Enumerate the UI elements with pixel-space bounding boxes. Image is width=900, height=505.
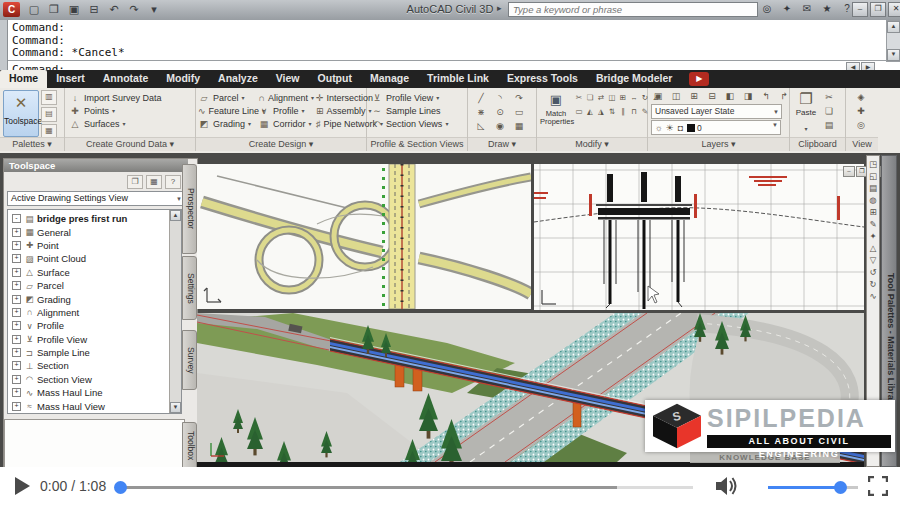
panel-label-palettes[interactable]: Palettes ▾ (0, 137, 64, 151)
match-properties-button[interactable]: ▣ Match Properties (540, 90, 572, 126)
tree-expander-icon[interactable]: + (12, 321, 21, 330)
tree-item[interactable]: - ▤ bridge pres first run (8, 212, 127, 225)
tree-item[interactable]: + ◩ Grading (8, 292, 127, 305)
draw-tool-icon[interactable]: ╱ (475, 92, 487, 104)
ribbon-button[interactable]: ▦ Corridor▾ (258, 117, 314, 130)
tab-manage[interactable]: Manage (361, 70, 418, 88)
progress-bar[interactable] (120, 486, 617, 489)
layer-state-dropdown[interactable]: Unsaved Layer State▼ (651, 104, 782, 119)
toolspace-header-icon[interactable]: ❐ (127, 175, 143, 189)
modify-tool-icon[interactable]: ⊓ (630, 106, 638, 118)
tree-expander-icon[interactable]: + (12, 388, 21, 397)
volume-slider[interactable] (768, 486, 840, 489)
scroll-down-icon[interactable]: ▼ (887, 49, 900, 61)
palette-tool-icon[interactable]: ↻ (869, 279, 876, 289)
palette-tool-icon[interactable]: △ (870, 243, 877, 253)
toolspace-button[interactable]: ✕ Toolspace (3, 90, 39, 137)
help-search-input[interactable] (508, 2, 758, 17)
scroll-up-icon[interactable]: ▲ (887, 21, 900, 33)
clipboard-tool-icon[interactable]: ✂ (823, 91, 835, 103)
ribbon-button[interactable]: ◠ Section Views▾ (371, 117, 448, 130)
close-button[interactable]: ✕ (888, 2, 900, 17)
draw-tool-icon[interactable]: ◺ (475, 120, 487, 132)
palette-tool-icon[interactable]: ⊞ (869, 207, 876, 217)
ribbon-button[interactable]: ✛ Intersection (316, 91, 366, 104)
ribbon-button[interactable]: ⊻ Profile View▾ (371, 91, 448, 104)
tree-item[interactable]: + ◠ Section View (8, 373, 127, 386)
toolspace-view-dropdown[interactable]: Active Drawing Settings View▼ (7, 191, 185, 206)
toolspace-header-icon[interactable]: ▦ (146, 175, 162, 189)
tab-insert[interactable]: Insert (47, 70, 94, 88)
tab-view[interactable]: View (267, 70, 309, 88)
layer-tool-icon[interactable]: ◫ (670, 90, 682, 102)
tree-scrollbar[interactable]: ▲ ▼ (169, 210, 181, 413)
search-toggle-icon[interactable]: ▸ (497, 3, 502, 13)
tree-item[interactable]: + ∨ Profile (8, 319, 127, 332)
tab-trimble-link[interactable]: Trimble Link (418, 70, 498, 88)
tab-settings[interactable]: Settings (182, 256, 197, 320)
tree-expander-icon[interactable]: + (12, 375, 21, 384)
scroll-down-icon[interactable]: ▼ (170, 402, 181, 413)
tab-bridge-modeler[interactable]: Bridge Modeler (587, 70, 681, 88)
tree-item[interactable]: + ≈ Mass Haul View (8, 399, 127, 412)
favorites-star-icon[interactable]: ★ (820, 1, 834, 17)
minimize-button[interactable]: – (852, 2, 868, 17)
layer-tool-icon[interactable]: ◨ (742, 90, 754, 102)
elevation-viewport[interactable] (534, 164, 864, 310)
draw-tool-icon[interactable]: ▦ (513, 120, 525, 132)
palette-tool-icon[interactable]: ∿ (869, 291, 876, 301)
tree-item[interactable]: + ⊥ Section (8, 359, 127, 372)
subscription-icon[interactable]: ✦ (780, 1, 794, 17)
layer-status-icon[interactable]: ☀ (665, 122, 674, 134)
tab-analyze[interactable]: Analyze (209, 70, 267, 88)
volume-handle[interactable] (834, 481, 847, 494)
panel-label-create-ground-data[interactable]: Create Ground Data ▾ (65, 137, 195, 151)
modify-tool-icon[interactable]: ⇄ (597, 92, 605, 104)
tree-expander-icon[interactable]: + (12, 281, 21, 290)
tree-expander-icon[interactable]: + (12, 228, 21, 237)
panel-label-clipboard[interactable]: Clipboard (790, 137, 845, 151)
survey-palette-icon[interactable]: ▥ (41, 90, 57, 105)
tab-toolbox[interactable]: Toolbox (182, 422, 197, 470)
layer-tool-icon[interactable]: ▣ (652, 90, 664, 102)
draw-tool-icon[interactable]: ◉ (494, 120, 506, 132)
view-tool-icon[interactable]: ✚ (855, 105, 867, 117)
ribbon-button[interactable]: ∼ Sample Lines (371, 104, 448, 117)
palette-tool-icon[interactable]: ◳ (869, 159, 877, 169)
tree-item[interactable]: + ⊐ Sample Line (8, 346, 127, 359)
tree-expander-icon[interactable]: + (12, 268, 21, 277)
volume-icon[interactable] (716, 476, 738, 496)
draw-tool-icon[interactable]: ↷ (513, 92, 525, 104)
fullscreen-button[interactable] (868, 476, 888, 496)
palette-tool-icon[interactable]: ◍ (869, 195, 876, 205)
tab-annotate[interactable]: Annotate (94, 70, 158, 88)
tab-home[interactable]: Home (0, 70, 47, 88)
tab-survey[interactable]: Survey (182, 330, 197, 390)
draw-tool-icon[interactable]: ⋇ (475, 106, 487, 118)
panel-label-profile-section-views[interactable]: Profile & Section Views (367, 137, 467, 151)
toolspace-header[interactable]: Toolspace (4, 159, 188, 172)
ribbon-button[interactable]: ∩ Alignment▾ (258, 91, 314, 104)
ribbon-button[interactable]: ↓ Import Survey Data (69, 91, 165, 104)
layer-tool-icon[interactable]: ⊟ (706, 90, 718, 102)
tree-expander-icon[interactable]: - (12, 214, 21, 223)
layer-status-icon[interactable]: ☼ (654, 122, 663, 134)
tab-modify[interactable]: Modify (157, 70, 209, 88)
tree-expander-icon[interactable]: + (12, 402, 21, 411)
progress-bar-remaining[interactable] (617, 486, 693, 489)
ribbon-button[interactable]: ∿ Feature Line▾ (198, 104, 254, 117)
ribbon-button[interactable]: ♯ Pipe Network▾ (316, 117, 366, 130)
modify-tool-icon[interactable]: ∥ (619, 106, 627, 118)
ribbon-button[interactable]: ⊞ Assembly▾ (316, 104, 366, 117)
panel-label-modify[interactable]: Modify ▾ (537, 137, 647, 151)
tree-expander-icon[interactable]: + (12, 254, 21, 263)
tab-output[interactable]: Output (309, 70, 361, 88)
tree-expander-icon[interactable]: + (12, 295, 21, 304)
tree-item[interactable]: + ⊻ Profile View (8, 333, 127, 346)
ribbon-button[interactable]: ◩ Grading▾ (198, 117, 254, 130)
modify-tool-icon[interactable]: ⇅ (608, 106, 616, 118)
ribbon-button[interactable]: ∨ Profile▾ (258, 104, 314, 117)
panel-label-view[interactable]: View (846, 137, 878, 151)
palette-tool-icon[interactable]: ◱ (869, 171, 877, 181)
palette-tool-icon[interactable]: ▽ (870, 255, 877, 265)
